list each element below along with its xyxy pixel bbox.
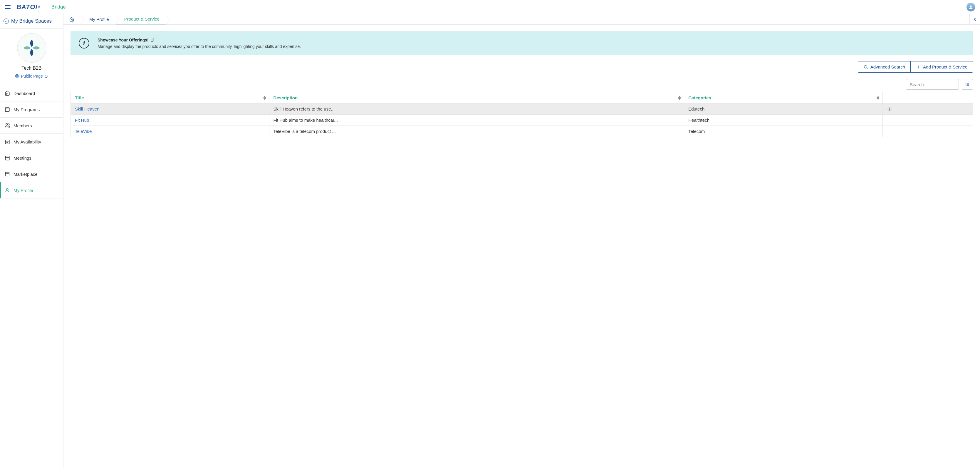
space-logo-icon xyxy=(21,38,42,58)
sidebar-item-dashboard[interactable]: Dashboard xyxy=(0,85,63,101)
button-label: Advanced Search xyxy=(870,64,905,69)
sidebar-item-members[interactable]: Members xyxy=(0,118,63,134)
row-categories: Telecom xyxy=(684,126,883,137)
info-banner: i Showcase Your Offerings! Manage and di… xyxy=(70,31,973,55)
space-avatar xyxy=(17,33,46,62)
breadcrumb-home[interactable] xyxy=(64,14,81,24)
collapse-panel-button[interactable] xyxy=(969,14,980,24)
svg-point-0 xyxy=(970,5,972,7)
external-link-icon[interactable] xyxy=(150,38,154,42)
row-title-link[interactable]: TeleVibe xyxy=(71,126,269,137)
row-actions xyxy=(883,115,973,126)
row-description: Fit Hub aims to make healthcar... xyxy=(269,115,684,126)
sort-icon xyxy=(678,96,681,100)
row-description: Skill Heaven refers to the use... xyxy=(269,104,684,115)
menu-toggle-button[interactable] xyxy=(5,4,11,10)
action-button-group: Advanced Search Add Product & Service xyxy=(858,61,973,73)
svg-rect-6 xyxy=(5,108,10,112)
sidebar-item-my-availability[interactable]: My Availability xyxy=(0,134,63,150)
column-header-categories[interactable]: Categories xyxy=(684,92,883,104)
sidebar-item-my-profile[interactable]: My Profile xyxy=(0,182,63,198)
public-page-link[interactable]: Public Page xyxy=(15,74,48,78)
sidebar-item-label: Meetings xyxy=(14,155,32,161)
users-icon xyxy=(5,123,10,128)
row-title-link[interactable]: Skill Heaven xyxy=(71,104,269,115)
list-view-button[interactable] xyxy=(962,79,973,89)
breadcrumb-my-profile[interactable]: My Profile xyxy=(81,14,116,24)
home-icon xyxy=(5,91,10,96)
back-label: My Bridge Spaces xyxy=(11,18,52,24)
sidebar: ← My Bridge Spaces Tech B2B xyxy=(0,14,64,468)
sidebar-item-label: My Availability xyxy=(14,139,41,144)
sidebar-item-marketplace[interactable]: Marketplace xyxy=(0,166,63,182)
arrow-left-circle-icon: ← xyxy=(3,19,9,24)
breadcrumb-label: My Profile xyxy=(89,17,109,22)
row-actions xyxy=(883,126,973,137)
svg-point-2 xyxy=(37,47,39,49)
sidebar-item-meetings[interactable]: Meetings xyxy=(0,150,63,166)
svg-rect-8 xyxy=(5,140,10,144)
svg-point-15 xyxy=(889,109,890,110)
breadcrumb: My Profile Product & Service xyxy=(64,14,980,25)
row-actions xyxy=(883,104,973,115)
advanced-search-button[interactable]: Advanced Search xyxy=(858,61,910,72)
svg-rect-9 xyxy=(5,156,10,160)
column-header-description[interactable]: Description xyxy=(269,92,684,104)
search-input[interactable] xyxy=(906,79,959,89)
list-icon xyxy=(965,82,970,86)
sidebar-item-label: Marketplace xyxy=(14,172,38,177)
svg-point-3 xyxy=(30,53,33,55)
add-product-service-button[interactable]: Add Product & Service xyxy=(910,61,973,72)
svg-point-12 xyxy=(966,83,966,83)
products-table: Title Description xyxy=(70,92,973,137)
logo-registered: ® xyxy=(38,5,40,8)
sort-icon xyxy=(263,96,266,100)
view-button[interactable] xyxy=(887,107,969,111)
logo[interactable]: BATOI® xyxy=(16,3,41,11)
breadcrumb-label: Product & Service xyxy=(124,16,159,21)
table-row[interactable]: Skill Heaven Skill Heaven refers to the … xyxy=(71,104,973,115)
main-content: My Profile Product & Service i Showcase … xyxy=(64,14,980,468)
public-page-label: Public Page xyxy=(21,74,43,78)
row-title-link[interactable]: Fit Hub xyxy=(71,115,269,126)
sidebar-item-label: Members xyxy=(14,123,32,128)
sort-icon xyxy=(877,96,880,100)
chevron-left-icon xyxy=(974,18,977,21)
column-header-title[interactable]: Title xyxy=(71,92,269,104)
calendar-icon xyxy=(5,107,10,112)
banner-description: Manage and display the products and serv… xyxy=(97,44,301,49)
svg-point-10 xyxy=(6,188,8,190)
row-description: TeleVibe is a telecom product ... xyxy=(269,126,684,137)
sidebar-item-label: Dashboard xyxy=(14,91,35,96)
sidebar-item-label: My Programs xyxy=(14,107,40,112)
calendar-minus-icon xyxy=(5,139,10,144)
search-icon xyxy=(863,65,868,69)
info-icon: i xyxy=(79,38,89,48)
column-header-actions xyxy=(883,92,973,104)
app-name[interactable]: Bridge xyxy=(51,4,66,10)
button-label: Add Product & Service xyxy=(923,64,967,69)
sidebar-item-my-programs[interactable]: My Programs xyxy=(0,101,63,118)
user-avatar[interactable] xyxy=(966,3,975,11)
home-icon xyxy=(69,17,74,22)
back-to-spaces-link[interactable]: ← My Bridge Spaces xyxy=(3,18,60,24)
row-categories: Healthtech xyxy=(684,115,883,126)
svg-point-7 xyxy=(6,123,8,125)
person-icon xyxy=(969,5,973,10)
svg-point-13 xyxy=(966,84,966,85)
breadcrumb-product-service[interactable]: Product & Service xyxy=(116,14,167,24)
calendar-check-icon xyxy=(5,155,10,161)
user-icon xyxy=(5,188,10,193)
divider xyxy=(46,3,46,11)
table-row[interactable]: TeleVibe TeleVibe is a telecom product .… xyxy=(71,126,973,137)
svg-point-14 xyxy=(966,85,966,86)
banner-title: Showcase Your Offerings! xyxy=(97,38,149,42)
globe-icon xyxy=(15,74,19,78)
svg-point-11 xyxy=(864,65,867,68)
table-row[interactable]: Fit Hub Fit Hub aims to make healthcar..… xyxy=(71,115,973,126)
logo-text: BATOI xyxy=(16,3,37,11)
store-icon xyxy=(5,171,10,177)
sidebar-item-label: My Profile xyxy=(14,188,33,193)
plus-icon xyxy=(916,65,921,69)
svg-point-4 xyxy=(24,47,26,49)
